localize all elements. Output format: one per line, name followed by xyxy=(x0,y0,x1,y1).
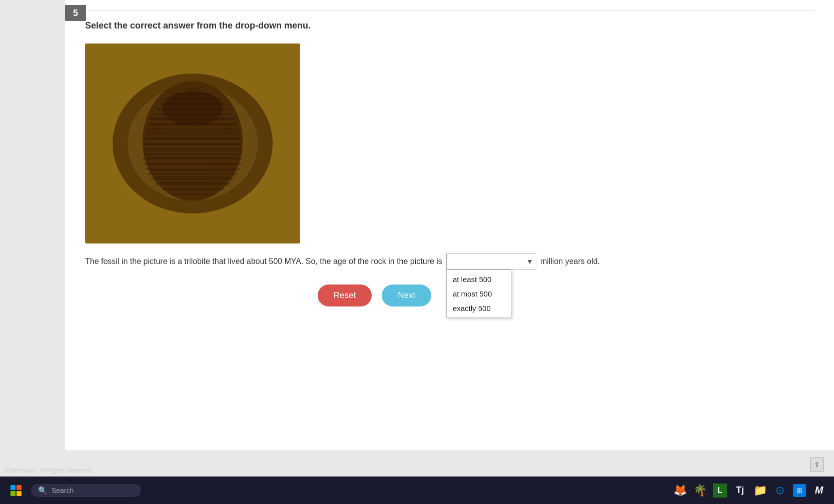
instruction-text: Select the correct answer from the drop-… xyxy=(85,20,814,31)
search-icon: 🔍 xyxy=(38,486,48,495)
taskbar-search-text: Search xyxy=(52,486,74,494)
reset-button[interactable]: Reset xyxy=(318,284,372,306)
taskbar-store-icon[interactable]: ⊞ xyxy=(793,484,806,497)
buttons-row: Reset Next xyxy=(85,284,664,306)
start-icon-blue xyxy=(11,485,16,490)
taskbar-folder-icon[interactable]: 📁 xyxy=(753,484,767,498)
svg-point-21 xyxy=(163,91,223,126)
answer-dropdown[interactable]: at least 500 at most 500 exactly 500 xyxy=(446,254,536,270)
fossil-caption-text: The fossil in the picture is a trilobite… xyxy=(85,257,442,266)
dropdown-option-exactly-500[interactable]: exactly 500 xyxy=(447,301,511,316)
answer-dropdown-wrapper[interactable]: at least 500 at most 500 exactly 500 ▼ a… xyxy=(446,254,536,270)
dropdown-menu[interactable]: at least 500 at most 500 exactly 500 xyxy=(446,270,511,318)
start-button[interactable] xyxy=(8,482,24,498)
taskbar-copilot-icon[interactable]: M xyxy=(812,484,826,498)
copyright-text: Edmentum. All rights reserved. xyxy=(5,466,94,474)
taskbar-icons: 🦊 🌴 L Tj 📁 ⊙ ⊞ M xyxy=(673,484,826,498)
scroll-up-button[interactable]: ⇧ xyxy=(810,458,824,472)
taskbar-l-icon[interactable]: L xyxy=(713,484,727,498)
suffix-text: million years old. xyxy=(540,257,600,266)
taskbar-search[interactable]: 🔍 Search xyxy=(31,484,141,497)
taskbar-tj-icon[interactable]: Tj xyxy=(733,484,747,498)
taskbar: 🔍 Search 🦊 🌴 L Tj 📁 ⊙ ⊞ M xyxy=(0,476,834,504)
taskbar-tree-icon[interactable]: 🌴 xyxy=(693,484,707,498)
next-button[interactable]: Next xyxy=(382,284,431,306)
svg-rect-22 xyxy=(85,44,300,244)
taskbar-animal-icon[interactable]: 🦊 xyxy=(673,484,687,498)
start-icon-green xyxy=(11,491,16,496)
dropdown-option-at-least-500[interactable]: at least 500 xyxy=(447,272,511,286)
start-icon-red xyxy=(17,485,22,490)
divider xyxy=(85,10,814,10)
main-content: Select the correct answer from the drop-… xyxy=(65,0,834,450)
windows-icon xyxy=(11,485,22,496)
dropdown-option-at-most-500[interactable]: at most 500 xyxy=(447,286,511,301)
sentence-row: The fossil in the picture is a trilobite… xyxy=(85,254,814,270)
question-number-badge: 5 xyxy=(65,5,86,21)
fossil-image xyxy=(85,44,300,244)
start-icon-yellow xyxy=(17,491,22,496)
taskbar-edge-icon[interactable]: ⊙ xyxy=(773,484,787,498)
